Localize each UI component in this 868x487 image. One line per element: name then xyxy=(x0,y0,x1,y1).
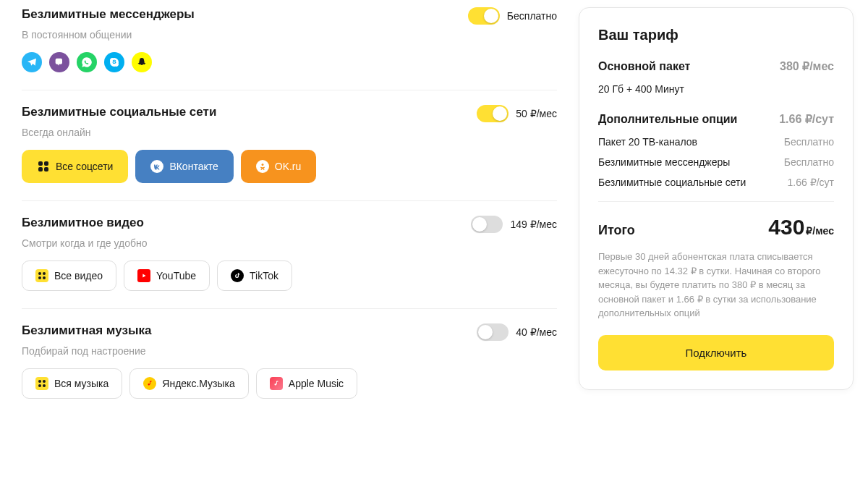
youtube-icon xyxy=(137,269,150,282)
ok-icon xyxy=(256,160,269,173)
tariff-item-value: 1.66 ₽/сут xyxy=(788,177,834,188)
toggle-messengers[interactable] xyxy=(468,7,500,25)
tariff-item-name: Пакет 20 ТВ-каналов xyxy=(598,136,697,148)
whatsapp-icon xyxy=(77,52,97,72)
tariff-summary: Ваш тариф Основной пакет 380 ₽/мес 20 Гб… xyxy=(579,7,854,480)
chip-label: Все видео xyxy=(54,270,103,281)
chip-vkontakte[interactable]: ВКонтакте xyxy=(135,150,233,183)
chip-label: TikTok xyxy=(250,270,278,281)
option-title: Безлимитная музыка xyxy=(22,323,151,338)
tariff-item-name: Безлимитные социальные сети xyxy=(598,177,746,188)
option-video: Безлимитное видео 149 ₽/мес Смотри когда… xyxy=(22,216,557,309)
yandex-music-icon xyxy=(143,377,156,390)
snapchat-icon xyxy=(132,52,152,72)
toggle-video[interactable] xyxy=(471,216,503,233)
grid-icon xyxy=(37,160,50,173)
option-price: Бесплатно xyxy=(507,10,557,22)
toggle-music[interactable] xyxy=(477,323,509,341)
chip-label: OK.ru xyxy=(275,161,302,172)
tariff-item-name: Безлимитные мессенджеры xyxy=(598,156,730,168)
option-subtitle: Смотри когда и где удобно xyxy=(22,237,557,249)
main-package-label: Основной пакет xyxy=(598,60,690,73)
tariff-item: Безлимитные социальные сети 1.66 ₽/сут xyxy=(598,177,834,188)
option-price: 40 ₽/мес xyxy=(516,326,557,338)
additional-label: Дополнительные опции xyxy=(598,113,737,126)
toggle-social[interactable] xyxy=(477,105,509,122)
options-column: Безлимитные мессенджеры Бесплатно В пост… xyxy=(22,7,557,480)
option-social: Безлимитные социальные сети 50 ₽/мес Все… xyxy=(22,105,557,201)
chip-label: YouTube xyxy=(156,270,196,281)
viber-icon xyxy=(49,52,69,72)
chip-label: ВКонтакте xyxy=(169,161,218,172)
option-title: Безлимитное видео xyxy=(22,216,144,230)
option-music: Безлимитная музыка 40 ₽/мес Подбирай под… xyxy=(22,323,557,416)
main-package-price: 380 ₽/мес xyxy=(780,59,834,73)
chip-label: Яндекс.Музыка xyxy=(162,378,235,389)
additional-price: 1.66 ₽/сут xyxy=(779,112,834,126)
tariff-item: Пакет 20 ТВ-каналов Бесплатно xyxy=(598,136,834,148)
total-label: Итого xyxy=(598,223,635,238)
option-title: Безлимитные социальные сети xyxy=(22,105,216,119)
tariff-item-value: Бесплатно xyxy=(784,156,834,168)
chip-all-social[interactable]: Все соцсети xyxy=(22,150,128,183)
connect-button[interactable]: Подключить xyxy=(598,335,834,370)
chip-yandex-music[interactable]: Яндекс.Музыка xyxy=(129,368,249,399)
chip-label: Вся музыка xyxy=(54,378,109,389)
messenger-icons xyxy=(22,52,557,72)
option-subtitle: В постоянном общении xyxy=(22,29,557,41)
grid-icon xyxy=(35,269,48,282)
skype-icon xyxy=(104,52,124,72)
option-price: 149 ₽/мес xyxy=(510,219,557,230)
grid-icon xyxy=(35,377,48,390)
chip-apple-music[interactable]: Apple Music xyxy=(256,368,357,399)
apple-music-icon xyxy=(270,377,283,390)
tiktok-icon xyxy=(231,269,244,282)
main-package-desc: 20 Гб + 400 Минут xyxy=(598,83,834,95)
option-subtitle: Подбирай под настроение xyxy=(22,345,557,357)
chip-label: Все соцсети xyxy=(56,161,113,172)
option-messengers: Безлимитные мессенджеры Бесплатно В пост… xyxy=(22,7,557,90)
vk-icon xyxy=(150,160,163,173)
option-subtitle: Всегда онлайн xyxy=(22,127,557,138)
divider xyxy=(598,201,834,202)
tariff-title: Ваш тариф xyxy=(598,27,834,43)
chip-label: Apple Music xyxy=(289,378,344,389)
option-price: 50 ₽/мес xyxy=(516,108,557,119)
svg-point-0 xyxy=(261,164,263,166)
tariff-item: Безлимитные мессенджеры Бесплатно xyxy=(598,156,834,168)
disclaimer: Первые 30 дней абонентская плата списыва… xyxy=(598,250,834,321)
telegram-icon xyxy=(22,52,42,72)
chip-all-video[interactable]: Все видео xyxy=(22,261,116,291)
chip-okru[interactable]: OK.ru xyxy=(241,150,317,183)
option-title: Безлимитные мессенджеры xyxy=(22,7,195,22)
chip-all-music[interactable]: Вся музыка xyxy=(22,368,122,399)
total-value: 430₽/мес xyxy=(768,215,834,240)
chip-youtube[interactable]: YouTube xyxy=(124,261,210,291)
chip-tiktok[interactable]: TikTok xyxy=(217,261,292,291)
tariff-item-value: Бесплатно xyxy=(784,136,834,148)
